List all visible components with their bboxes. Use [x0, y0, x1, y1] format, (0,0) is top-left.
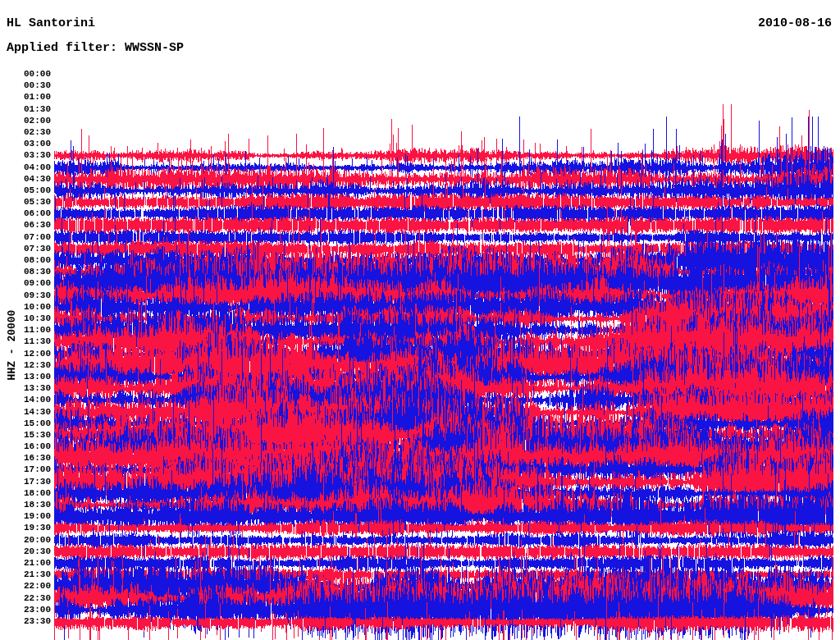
time-label: 09:00	[2, 279, 51, 288]
time-label: 08:30	[2, 267, 51, 277]
time-label: 16:30	[2, 454, 51, 463]
time-label: 20:30	[2, 547, 51, 556]
time-label: 15:00	[2, 419, 51, 428]
time-label: 19:00	[2, 512, 51, 521]
time-label: 15:30	[2, 431, 51, 440]
time-label: 02:30	[2, 128, 51, 137]
time-label: 00:30	[2, 81, 51, 90]
time-label: 20:00	[2, 536, 51, 545]
time-label: 12:00	[2, 350, 51, 359]
time-label: 07:30	[2, 245, 51, 254]
helicorder-page: HL Santorini 2010-08-16 Applied filter: …	[0, 0, 840, 640]
seismogram-canvas	[0, 0, 840, 640]
time-label: 21:00	[2, 559, 51, 568]
time-label: 14:00	[2, 395, 51, 405]
time-label: 11:00	[2, 326, 51, 335]
time-label: 19:30	[2, 523, 51, 533]
time-label: 00:00	[2, 70, 51, 79]
time-label: 18:30	[2, 501, 51, 510]
time-label: 06:30	[2, 221, 51, 230]
time-label: 04:00	[2, 163, 51, 172]
time-label: 07:00	[2, 233, 51, 242]
time-label: 22:00	[2, 582, 51, 591]
time-label: 12:30	[2, 361, 51, 370]
date-label: 2010-08-16	[758, 16, 832, 30]
time-label: 17:30	[2, 478, 51, 487]
time-label: 01:30	[2, 105, 51, 114]
time-label: 03:30	[2, 151, 51, 160]
time-label: 14:30	[2, 408, 51, 417]
time-label: 10:30	[2, 314, 51, 323]
time-label: 16:00	[2, 442, 51, 451]
time-label: 23:00	[2, 606, 51, 615]
time-label: 04:30	[2, 175, 51, 184]
time-label: 23:30	[2, 617, 51, 626]
time-label: 01:00	[2, 93, 51, 102]
time-label: 22:30	[2, 594, 51, 603]
time-label: 08:00	[2, 256, 51, 265]
time-label: 06:00	[2, 209, 51, 218]
time-label: 17:00	[2, 465, 51, 474]
time-label: 02:00	[2, 117, 51, 126]
time-label: 05:30	[2, 198, 51, 207]
time-label: 10:00	[2, 303, 51, 312]
time-label: 13:30	[2, 384, 51, 393]
time-label: 09:30	[2, 291, 51, 300]
time-label: 11:30	[2, 337, 51, 346]
time-label: 03:00	[2, 139, 51, 149]
time-label: 13:00	[2, 373, 51, 382]
time-label: 18:00	[2, 489, 51, 498]
time-label: 05:00	[2, 186, 51, 195]
time-label: 21:30	[2, 570, 51, 579]
filter-label: Applied filter: WWSSN-SP	[7, 41, 184, 55]
station-title: HL Santorini	[7, 16, 95, 30]
